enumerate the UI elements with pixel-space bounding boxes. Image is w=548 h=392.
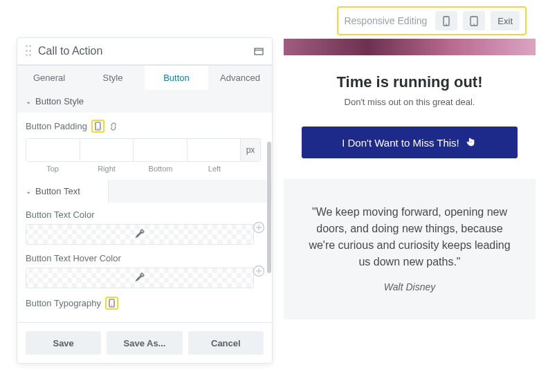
padding-bottom-input[interactable] xyxy=(134,139,187,161)
chevron-down-icon: ⌄ xyxy=(26,187,31,195)
section-header-button-style[interactable]: ⌄ Button Style xyxy=(17,90,272,113)
expand-button[interactable] xyxy=(254,48,264,55)
padding-inputs: px xyxy=(26,138,261,162)
responsive-label: Responsive Editing xyxy=(344,15,427,26)
phone-icon xyxy=(95,122,101,131)
hover-color-field: Button Text Hover Color xyxy=(26,253,264,288)
preview-canvas: Time is running out! Don't miss out on t… xyxy=(284,39,536,319)
tabs: General Style Button Advanced xyxy=(17,65,272,90)
tab-general[interactable]: General xyxy=(17,65,81,90)
preview-quote-author: Walt Disney xyxy=(303,280,516,295)
padding-field-label: Button Padding xyxy=(26,120,264,133)
plus-circle-icon xyxy=(253,221,265,234)
responsive-toggle[interactable] xyxy=(105,297,118,310)
preview-quote-block: "We keep moving forward, opening new doo… xyxy=(284,179,536,319)
tablet-icon xyxy=(470,16,478,26)
hover-color-swatch[interactable] xyxy=(26,268,254,288)
section-header-button-text[interactable]: ⌄ Button Text xyxy=(17,180,109,203)
add-color-button[interactable] xyxy=(253,221,265,234)
padding-right-input[interactable] xyxy=(80,139,134,161)
panel-title: Call to Action xyxy=(38,45,254,57)
padding-label: Button Padding xyxy=(26,121,87,131)
exit-button[interactable]: Exit xyxy=(491,11,520,30)
preview-hero: Time is running out! Don't miss out on t… xyxy=(284,55,536,179)
save-button[interactable]: Save xyxy=(26,331,101,355)
eyedropper-icon xyxy=(134,272,145,283)
typography-field-label: Button Typography xyxy=(26,297,264,310)
text-color-swatch[interactable] xyxy=(26,224,254,245)
save-as-button[interactable]: Save As... xyxy=(107,331,182,355)
svg-point-3 xyxy=(474,24,475,25)
typography-label: Button Typography xyxy=(26,298,101,308)
section-button-text: ⌄ Button Text Button Text Color Button T… xyxy=(17,180,272,322)
preview-subtitle: Don't miss out on this great deal. xyxy=(298,97,522,107)
preview-cta-button[interactable]: I Don't Want to Miss This! xyxy=(302,127,518,158)
chevron-down-icon: ⌄ xyxy=(26,97,31,105)
hover-color-label: Button Text Hover Color xyxy=(26,253,264,263)
phone-icon xyxy=(443,16,450,26)
section-button-style: ⌄ Button Style Button Padding px xyxy=(17,90,272,180)
eyedropper-icon xyxy=(134,229,145,240)
text-color-field: Button Text Color xyxy=(26,209,264,245)
tab-style[interactable]: Style xyxy=(81,65,145,90)
link-icon xyxy=(109,122,118,131)
link-values-toggle[interactable] xyxy=(109,122,118,131)
svg-point-7 xyxy=(98,128,98,129)
padding-side-labels: Top Right Bottom Left xyxy=(26,165,241,173)
panel-footer: Save Save As... Cancel xyxy=(17,322,272,363)
panel-header: Call to Action xyxy=(17,38,272,65)
padding-unit[interactable]: px xyxy=(241,139,260,161)
responsive-toggle[interactable] xyxy=(91,120,104,133)
preview-title: Time is running out! xyxy=(298,73,522,91)
text-color-label: Button Text Color xyxy=(26,209,264,220)
drag-handle[interactable] xyxy=(26,45,33,57)
tablet-button[interactable] xyxy=(463,11,485,30)
tab-advanced[interactable]: Advanced xyxy=(208,65,272,90)
cancel-button[interactable]: Cancel xyxy=(188,331,264,355)
section-title: Button Text xyxy=(35,186,80,196)
padding-top-input[interactable] xyxy=(26,139,80,161)
section-title: Button Style xyxy=(35,96,84,106)
svg-rect-4 xyxy=(255,48,263,55)
responsive-toolbar: Responsive Editing Exit xyxy=(337,6,527,35)
phone-portrait-button[interactable] xyxy=(435,11,457,30)
window-icon xyxy=(254,48,264,55)
panel-scrollbar[interactable] xyxy=(267,142,271,273)
svg-point-1 xyxy=(446,24,448,25)
plus-circle-icon xyxy=(253,265,265,277)
padding-left-input[interactable] xyxy=(188,139,241,161)
preview-cta-label: I Don't Want to Miss This! xyxy=(342,137,459,149)
tab-button[interactable]: Button xyxy=(145,65,208,90)
preview-image-strip xyxy=(284,39,536,55)
add-color-button[interactable] xyxy=(253,265,265,277)
hand-cursor-icon xyxy=(465,136,477,149)
settings-panel: Call to Action General Style Button Adva… xyxy=(17,37,273,364)
phone-icon xyxy=(109,299,115,308)
preview-quote-text: "We keep moving forward, opening new doo… xyxy=(303,204,516,270)
svg-point-11 xyxy=(111,305,112,306)
